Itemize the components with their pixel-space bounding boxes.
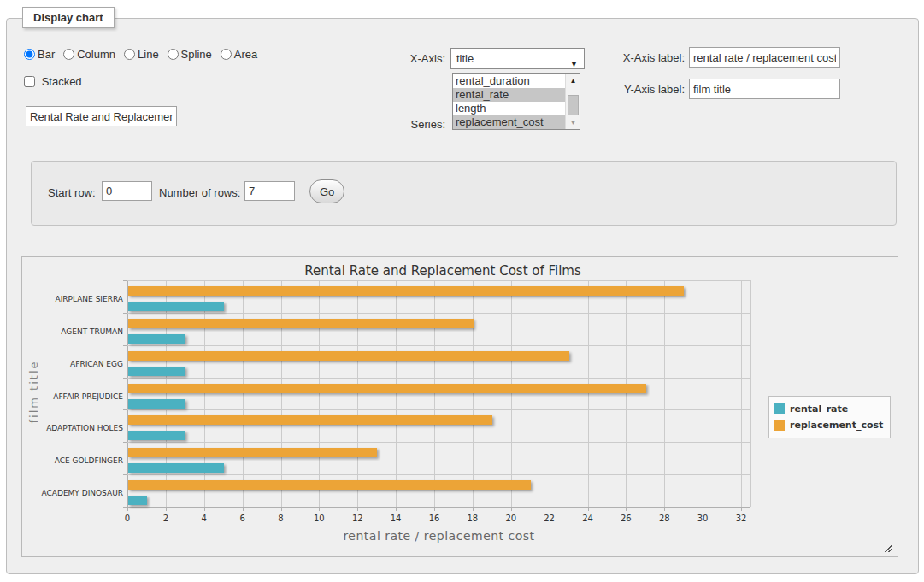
chart-type-option-area: Area	[221, 48, 257, 61]
chart-type-label-area: Area	[234, 48, 257, 61]
chart-type-label-bar: Bar	[38, 48, 55, 61]
x-axis-select-label: X-Axis:	[389, 52, 445, 65]
chart-type-radio-column[interactable]	[63, 49, 74, 60]
gridline-y-6	[127, 474, 750, 475]
y-tick-2	[123, 345, 127, 346]
scroll-up-icon[interactable]: ▲	[566, 74, 580, 87]
x-axis-line	[127, 507, 750, 508]
num-rows-input[interactable]	[244, 181, 295, 201]
gridline-y-0	[127, 280, 750, 281]
x-tick-label-2: 2	[149, 514, 183, 523]
x-axis-select[interactable]: title ▼	[450, 48, 585, 69]
category-label-1: AIRPLANE SIERRA	[27, 295, 123, 303]
x-tick-label-22: 22	[533, 514, 567, 523]
bar-replacement_cost-2	[128, 319, 474, 328]
chart-type-option-line: Line	[124, 48, 159, 61]
bar-rental_rate-2	[128, 334, 185, 344]
chart-type-radio-group: BarColumnLineSplineArea	[24, 48, 266, 61]
legend-item-replacement_cost[interactable]: replacement_cost	[774, 417, 883, 433]
gridline-y-5	[127, 442, 750, 443]
x-axis-title: rental rate / replacement cost	[127, 529, 750, 543]
y-tick-3	[123, 378, 127, 379]
bar-replacement_cost-7	[128, 480, 531, 490]
resize-handle-icon[interactable]	[883, 543, 892, 552]
chart-type-option-spline: Spline	[168, 48, 212, 61]
go-button[interactable]: Go	[309, 179, 344, 203]
gridline-x-8	[281, 280, 282, 507]
gridline-x-6	[243, 280, 244, 507]
bar-rental_rate-4	[128, 399, 185, 409]
chart-type-radio-line[interactable]	[124, 49, 135, 60]
chart-type-radio-bar[interactable]	[24, 49, 35, 60]
x-tick-label-20: 20	[494, 514, 528, 523]
x-tick-label-24: 24	[571, 514, 605, 523]
chart-type-radio-area[interactable]	[221, 49, 232, 60]
chart-title-input[interactable]	[26, 106, 177, 126]
bar-replacement_cost-5	[128, 415, 492, 425]
bar-rental_rate-1	[128, 302, 224, 311]
fieldset-legend: Display chart	[22, 7, 115, 28]
gridline-y-1	[127, 313, 750, 314]
category-label-5: ADAPTATION HOLES	[27, 424, 123, 432]
chart-type-option-column: Column	[63, 48, 115, 61]
stacked-label-wrap: Stacked	[24, 75, 82, 88]
x-axis-label-caption: X-Axis label:	[607, 51, 685, 64]
gridline-x-14	[396, 280, 397, 507]
x-tick-label-26: 26	[609, 514, 643, 523]
legend-swatch-replacement_cost	[774, 420, 785, 431]
gridline-x-16	[434, 280, 435, 507]
x-tick-label-16: 16	[417, 514, 451, 523]
gridline-x-10	[319, 280, 320, 507]
x-tick-label-18: 18	[456, 514, 490, 523]
y-tick-0	[123, 280, 127, 281]
chart-type-radio-spline[interactable]	[168, 49, 179, 60]
bar-rental_rate-6	[128, 463, 224, 473]
chart-title: Rental Rate and Replacement Cost of Film…	[22, 263, 863, 279]
series-listbox[interactable]: rental_durationrental_ratelengthreplacem…	[452, 73, 580, 130]
bar-replacement_cost-4	[128, 384, 646, 393]
gridline-y-2	[127, 345, 750, 346]
scrollbar-thumb[interactable]	[568, 95, 579, 115]
x-tick-label-30: 30	[686, 514, 720, 523]
gridline-x-30	[703, 280, 703, 507]
start-row-input[interactable]	[102, 181, 152, 201]
bar-rental_rate-5	[128, 431, 185, 440]
gridline-x-24	[588, 280, 589, 507]
category-label-7: ACADEMY DINOSAUR	[27, 489, 123, 497]
x-tick-label-4: 4	[187, 514, 221, 523]
bar-replacement_cost-6	[128, 448, 377, 457]
x-tick-label-10: 10	[302, 514, 336, 523]
bar-rental_rate-3	[128, 367, 185, 376]
series-option-replacement_cost[interactable]: replacement_cost	[453, 115, 580, 129]
gridline-x-20	[511, 280, 512, 507]
x-tick-label-12: 12	[340, 514, 374, 523]
y-tick-1	[123, 313, 127, 314]
chart-container: Rental Rate and Replacement Cost of Film…	[21, 256, 898, 557]
category-label-4: AFFAIR PREJUDICE	[27, 392, 123, 401]
x-axis-label-input[interactable]	[689, 47, 840, 68]
gridline-y-4	[127, 409, 750, 410]
legend-swatch-rental_rate	[774, 403, 785, 414]
series-option-rental_duration[interactable]: rental_duration	[453, 74, 580, 88]
series-option-length[interactable]: length	[453, 102, 580, 115]
num-rows-label: Number of rows:	[159, 186, 240, 199]
category-label-3: AFRICAN EGG	[27, 360, 123, 368]
series-option-rental_rate[interactable]: rental_rate	[453, 88, 580, 102]
legend-label-replacement_cost: replacement_cost	[790, 420, 883, 431]
series-scrollbar[interactable]: ▲ ▼	[565, 74, 580, 129]
category-label-6: ACE GOLDFINGER	[27, 456, 123, 465]
stacked-checkbox[interactable]	[24, 76, 35, 87]
x-tick-label-6: 6	[226, 514, 260, 523]
legend-item-rental_rate[interactable]: rental_rate	[774, 401, 883, 417]
gridline-y-3	[127, 378, 750, 379]
plot-right-border	[750, 280, 751, 507]
gridline-x-26	[626, 280, 627, 507]
x-tick-label-28: 28	[647, 514, 681, 523]
scroll-down-icon[interactable]: ▼	[566, 116, 580, 129]
bar-replacement_cost-3	[128, 351, 569, 361]
chart-type-label-line: Line	[138, 48, 159, 61]
y-axis-label-input[interactable]	[689, 79, 840, 99]
gridline-x-22	[550, 280, 550, 507]
y-tick-5	[123, 442, 127, 443]
gridline-x-32	[741, 280, 742, 507]
